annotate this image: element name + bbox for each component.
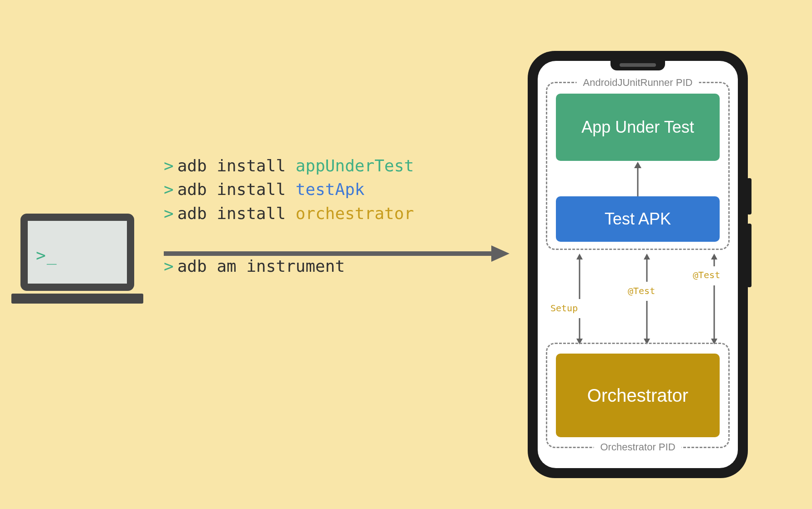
prompt-chevron: > bbox=[164, 180, 174, 199]
svg-marker-5 bbox=[576, 254, 583, 259]
cmd-row-1: >adb install appUnderTest bbox=[164, 155, 414, 177]
laptop-prompt: >_ bbox=[36, 246, 57, 264]
test-apk-block: Test APK bbox=[556, 196, 720, 242]
test-orchestrator-links: Setup @Test bbox=[556, 254, 722, 344]
link-label: @Test bbox=[693, 269, 720, 280]
phone-speaker bbox=[610, 60, 665, 70]
arrow-down-icon bbox=[641, 301, 652, 344]
link-setup: Setup bbox=[556, 254, 606, 344]
cmd-row-3: >adb install orchestrator bbox=[164, 202, 414, 225]
cmd-text: adb install bbox=[177, 204, 296, 223]
test-apk-label: Test APK bbox=[605, 210, 671, 228]
flow-arrow-icon bbox=[164, 245, 509, 263]
laptop-icon: >_ bbox=[20, 214, 143, 304]
cmd-text: adb install bbox=[177, 156, 296, 175]
runner-process-label: AndroidJUnitRunner PID bbox=[577, 77, 699, 89]
phone-side-button bbox=[747, 178, 751, 215]
prompt-chevron: > bbox=[164, 156, 174, 175]
svg-marker-9 bbox=[644, 254, 650, 259]
svg-marker-3 bbox=[634, 162, 641, 168]
orchestrator-label: Orchestrator bbox=[587, 385, 688, 406]
cmd-arg: testApk bbox=[296, 180, 365, 199]
arrow-up-icon bbox=[632, 162, 643, 196]
link-label: @Test bbox=[628, 285, 655, 296]
orchestrator-block: Orchestrator bbox=[556, 354, 720, 437]
svg-marker-1 bbox=[491, 245, 509, 262]
arrow-up-icon bbox=[574, 254, 585, 299]
prompt-chevron: > bbox=[164, 204, 174, 223]
arrow-down-icon bbox=[709, 285, 720, 344]
link-label: Setup bbox=[550, 303, 578, 314]
cmd-arg: orchestrator bbox=[296, 204, 414, 223]
laptop-base bbox=[11, 294, 143, 304]
arrow-up-icon bbox=[709, 254, 720, 266]
arrow-up-icon bbox=[641, 254, 652, 282]
link-test-1: @Test bbox=[614, 254, 664, 344]
phone-screen: AndroidJUnitRunner PID App Under Test Te… bbox=[538, 61, 738, 468]
laptop-screen: >_ bbox=[20, 214, 134, 291]
cmd-text: adb install bbox=[177, 180, 296, 199]
arrow-down-icon bbox=[574, 318, 585, 344]
phone-side-button bbox=[747, 224, 751, 287]
cmd-row-2: >adb install testApk bbox=[164, 178, 414, 201]
app-under-test-block: App Under Test bbox=[556, 94, 720, 161]
link-test-2: @Test bbox=[672, 254, 722, 344]
phone-device: AndroidJUnitRunner PID App Under Test Te… bbox=[528, 51, 748, 478]
orchestrator-process-label: Orchestrator PID bbox=[594, 441, 681, 453]
cmd-arg: appUnderTest bbox=[296, 156, 414, 175]
app-under-test-label: App Under Test bbox=[581, 118, 694, 136]
svg-marker-13 bbox=[711, 254, 717, 259]
